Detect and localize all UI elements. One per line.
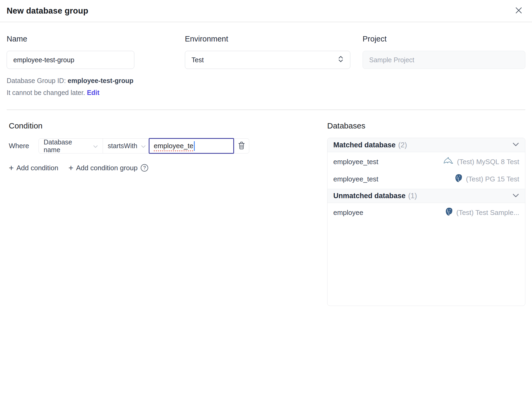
matched-database-header[interactable]: Matched database(2) [327, 138, 525, 152]
database-row[interactable]: employee_test (Test) MySQL 8 Test [327, 153, 525, 171]
chevron-down-icon [512, 193, 519, 199]
database-instance: (Test) MySQL 8 Test [443, 157, 519, 167]
project-value: Sample Project [369, 56, 414, 64]
plus-icon: + [68, 164, 73, 172]
plus-icon: + [9, 164, 14, 172]
close-icon [514, 6, 523, 16]
unmatched-database-count: (1) [408, 192, 417, 200]
databases-section: Databases Matched database(2) employee_t… [327, 110, 525, 306]
matched-database-rows: employee_test (Test) MySQL 8 Test employ… [327, 152, 525, 189]
condition-operator-value: startsWith [108, 142, 137, 150]
mysql-icon [443, 157, 454, 167]
environment-select[interactable]: Test [185, 51, 350, 69]
postgresql-icon [445, 207, 453, 218]
condition-actions: + Add condition + Add condition group ? [9, 164, 251, 172]
matched-database-title: Matched database [333, 141, 396, 149]
condition-row: Where Database name startsWith [9, 138, 251, 153]
main-content: Condition Where Database name startsWith [0, 110, 532, 306]
chevron-down-icon [512, 142, 519, 148]
name-input[interactable] [7, 51, 134, 69]
add-condition-button[interactable]: + Add condition [9, 164, 58, 172]
group-form: Name Database Group ID: employee-test-gr… [0, 22, 532, 99]
group-id-value: employee-test-group [68, 77, 133, 84]
condition-section: Condition Where Database name startsWith [7, 110, 251, 306]
database-name: employee_test [333, 158, 378, 166]
postgresql-icon [454, 174, 463, 185]
name-label: Name [7, 35, 134, 43]
database-name: employee [333, 209, 363, 217]
condition-field-select[interactable]: Database name [39, 139, 103, 153]
updown-chevron-icon [338, 55, 344, 65]
condition-heading: Condition [9, 121, 251, 130]
unmatched-database-header[interactable]: Unmatched database(1) [327, 189, 525, 203]
environment-selected-value: Test [192, 56, 204, 64]
database-instance-label: (Test) Test Sample... [456, 209, 519, 217]
databases-heading: Databases [327, 121, 525, 130]
database-row[interactable]: employee_test (Test) PG 15 Test [327, 171, 525, 188]
database-instance: (Test) PG 15 Test [454, 174, 519, 185]
database-name: employee_test [333, 175, 378, 183]
database-row[interactable]: employee (Test) Test Sample... [327, 204, 525, 221]
condition-value-input[interactable]: employee_te [149, 138, 234, 154]
trash-icon [238, 141, 246, 151]
add-condition-group-label: Add condition group [76, 164, 138, 172]
add-condition-label: Add condition [16, 164, 59, 172]
group-id-suffix: It cannot be changed later. [7, 89, 87, 96]
where-label: Where [9, 142, 39, 150]
condition-value-text: employee_te [154, 142, 193, 150]
database-instance: (Test) Test Sample... [445, 207, 519, 218]
page-title: New database group [7, 6, 88, 16]
databases-panel: Matched database(2) employee_test [327, 138, 525, 306]
text-caret [194, 141, 195, 151]
database-instance-label: (Test) PG 15 Test [466, 175, 519, 183]
add-condition-group-button[interactable]: + Add condition group [68, 164, 138, 172]
delete-condition-button[interactable] [234, 139, 249, 153]
environment-label: Environment [185, 35, 350, 43]
condition-expression-group: Database name startsWith [39, 138, 249, 153]
unmatched-database-title: Unmatched database [333, 192, 406, 200]
chevron-down-icon [141, 142, 146, 150]
project-input: Sample Project [363, 51, 525, 69]
project-label: Project [363, 35, 525, 43]
help-icon[interactable]: ? [141, 164, 148, 172]
unmatched-database-rows: employee (Test) Test Sample... [327, 203, 525, 222]
condition-operator-select[interactable]: startsWith [103, 139, 149, 153]
edit-id-link[interactable]: Edit [87, 89, 99, 96]
close-button[interactable] [513, 5, 525, 17]
dialog-header: New database group [0, 0, 532, 22]
matched-database-count: (2) [398, 141, 407, 149]
group-id-prefix: Database Group ID: [7, 77, 68, 84]
chevron-down-icon [93, 142, 98, 150]
database-instance-label: (Test) MySQL 8 Test [457, 158, 519, 166]
group-id-note: Database Group ID: employee-test-group I… [7, 75, 137, 99]
condition-field-value: Database name [44, 138, 89, 154]
